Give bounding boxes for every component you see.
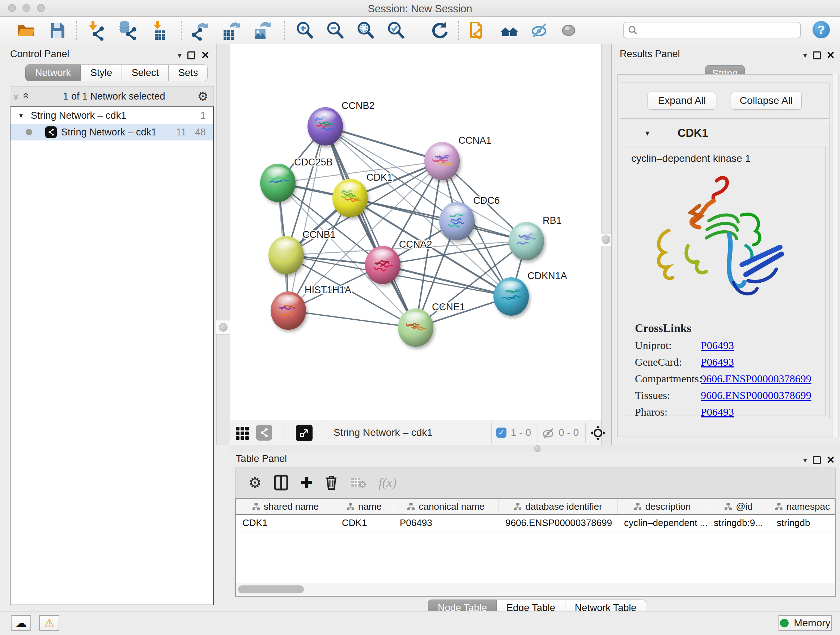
network-canvas[interactable]: CCNB2 CCNA1 CDC25B CDK1 CDC6 RB1 — [230, 44, 601, 420]
hide-selection-eye-icon[interactable] — [529, 19, 551, 41]
right-splitter[interactable] — [601, 44, 611, 445]
expand-all-button[interactable]: Expand All — [647, 92, 716, 110]
show-all-eye-icon[interactable] — [558, 19, 579, 41]
table-cell[interactable]: stringdb:9... — [707, 515, 770, 531]
panel-collapse-icon[interactable]: ▾ — [803, 456, 807, 464]
table-cell[interactable]: CDK1 — [335, 515, 393, 531]
panel-close-icon[interactable]: ✕ — [827, 454, 835, 466]
zoom-fit-icon[interactable] — [355, 19, 376, 41]
crosslink-link[interactable]: 9606.ENSP00000378699 — [701, 372, 812, 385]
crosslink-link[interactable]: P06493 — [701, 356, 734, 368]
table-cell[interactable]: 9606.ENSP00000378699 — [499, 515, 617, 531]
scrollbar-thumb[interactable] — [238, 585, 304, 593]
edge-CCNB2-CCNE1[interactable] — [325, 126, 416, 328]
network-share-icon[interactable] — [256, 424, 272, 440]
collapse-all-button[interactable]: Collapse All — [731, 92, 802, 110]
hidden-eye-icon — [542, 427, 556, 439]
save-session-icon[interactable] — [46, 19, 68, 41]
tab-style[interactable]: Style — [81, 65, 122, 81]
export-image-icon[interactable] — [251, 19, 273, 41]
column-header-shared-name[interactable]: shared name — [236, 499, 335, 514]
panel-float-icon[interactable] — [187, 51, 195, 59]
column-header-description[interactable]: description — [617, 499, 707, 514]
export-table-icon[interactable] — [221, 19, 242, 41]
table-horizontal-scrollbar[interactable] — [236, 583, 835, 596]
zoom-selected-icon[interactable] — [385, 19, 407, 41]
refresh-icon[interactable] — [429, 19, 450, 41]
add-column-icon[interactable]: ✚ — [301, 474, 313, 491]
zoom-out-icon[interactable] — [324, 19, 346, 41]
delete-table-icon[interactable] — [350, 477, 366, 489]
edge-CCNE1-HIST1H1A[interactable] — [288, 310, 416, 328]
warnings-button[interactable]: ⚠ — [39, 615, 59, 631]
tree-expander-icon[interactable]: ▾ — [19, 111, 23, 120]
edge-CCNB2-HIST1H1A[interactable] — [288, 126, 325, 310]
node-CCNA1[interactable]: CCNA1 — [424, 135, 492, 180]
search-input[interactable] — [623, 22, 801, 38]
import-table-icon[interactable] — [149, 19, 171, 41]
crosslink-link[interactable]: P06493 — [701, 406, 734, 418]
node-HIST1H1A[interactable]: HIST1H1A — [271, 285, 351, 330]
memory-button[interactable]: Memory — [778, 615, 832, 631]
left-splitter[interactable] — [216, 44, 230, 445]
birdseye-view-icon[interactable] — [296, 424, 313, 441]
column-header-namespac[interactable]: namespac — [770, 499, 835, 514]
crosslink-link[interactable]: P06493 — [701, 339, 734, 352]
entry-expander-icon[interactable]: ▾ — [645, 128, 649, 138]
panel-collapse-icon[interactable]: ▾ — [178, 51, 181, 60]
network-tree-root-row[interactable]: ▾ String Network – cdk1 1 — [11, 107, 213, 124]
results-scrollbar[interactable] — [833, 74, 838, 437]
panel-close-icon[interactable]: ✕ — [201, 49, 210, 61]
splitter-handle[interactable] — [534, 445, 540, 452]
new-session-from-network-icon[interactable] — [467, 19, 489, 41]
function-builder-icon[interactable]: f(x) — [378, 475, 396, 490]
expand-all-icon[interactable]: » — [19, 94, 31, 99]
panel-collapse-icon[interactable]: ▾ — [803, 51, 807, 60]
node-CDC25B[interactable]: CDC25B — [260, 157, 333, 202]
column-header-@id[interactable]: @id — [707, 499, 770, 514]
open-session-icon[interactable] — [15, 19, 37, 41]
table-cell[interactable]: stringdb — [770, 515, 835, 531]
node-CDK1[interactable]: CDK1 — [332, 172, 393, 217]
tab-network[interactable]: Network — [25, 65, 81, 81]
node-CCNB1[interactable]: CCNB1 — [268, 229, 336, 274]
selected-checkbox-icon[interactable]: ✓ — [496, 428, 507, 438]
node-CDC6[interactable]: CDC6 — [439, 195, 500, 241]
node-CDKN1A[interactable]: CDKN1A — [493, 271, 567, 316]
horizontal-splitter[interactable] — [230, 445, 840, 452]
node-position-tool-icon[interactable] — [590, 424, 606, 441]
import-network-file-icon[interactable] — [85, 19, 106, 41]
column-header-database-identifier[interactable]: database identifier — [499, 499, 617, 514]
zoom-in-icon[interactable] — [294, 19, 316, 41]
export-network-icon[interactable] — [189, 19, 211, 41]
column-header-canonical-name[interactable]: canonical name — [393, 499, 499, 514]
help-icon[interactable]: ? — [813, 21, 830, 38]
splitter-handle[interactable] — [219, 323, 227, 332]
string-network-graph[interactable]: CCNB2 CCNA1 CDC25B CDK1 CDC6 RB1 — [230, 44, 601, 420]
node-CCNE1[interactable]: CCNE1 — [398, 302, 465, 347]
node-RB1[interactable]: RB1 — [508, 215, 562, 260]
table-row[interactable]: CDK1CDK1P064939606.ENSP00000378699cyclin… — [236, 515, 835, 532]
panel-close-icon[interactable]: ✕ — [827, 49, 835, 61]
table-cell[interactable]: cyclin–dependent ... — [617, 515, 707, 531]
splitter-handle[interactable] — [602, 235, 610, 244]
table-cell[interactable]: P06493 — [393, 515, 499, 531]
column-header-name[interactable]: name — [335, 499, 393, 514]
delete-column-icon[interactable] — [325, 475, 338, 491]
tab-select[interactable]: Select — [122, 65, 169, 81]
crosslink-link[interactable]: 9606.ENSP00000378699 — [701, 389, 812, 402]
edge-CCNB2-CCNA1[interactable] — [325, 126, 442, 161]
home-icon[interactable] — [499, 19, 520, 41]
gear-icon[interactable]: ⚙ — [197, 89, 208, 103]
show-columns-icon[interactable] — [274, 475, 288, 491]
tab-sets[interactable]: Sets — [169, 65, 208, 81]
panel-float-icon[interactable] — [813, 51, 821, 59]
edge-CDK1-RB1[interactable] — [350, 198, 526, 241]
panel-float-icon[interactable] — [813, 456, 821, 464]
import-network-database-icon[interactable] — [117, 19, 138, 41]
table-settings-gear-icon[interactable]: ⚙ — [248, 474, 262, 491]
network-grid-view-icon[interactable] — [236, 427, 249, 440]
cloud-status-button[interactable]: ☁ — [11, 615, 31, 631]
table-cell[interactable]: CDK1 — [236, 515, 335, 531]
network-tree-child-row[interactable]: String Network – cdk1 11 48 — [11, 124, 213, 141]
